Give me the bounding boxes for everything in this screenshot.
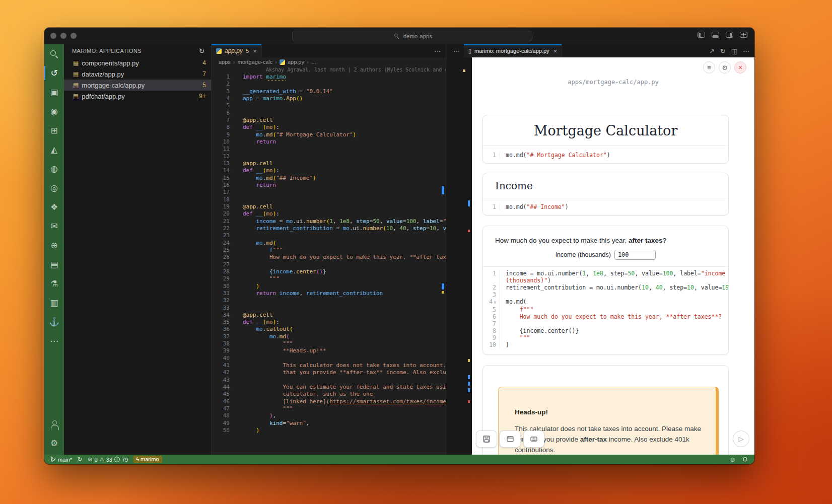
code-line-29[interactable]: 29 """: [212, 275, 446, 282]
code-line-38[interactable]: 38 """: [212, 340, 446, 347]
code-line-2[interactable]: 2: [212, 81, 446, 88]
cell-code[interactable]: 1mo.md("# Mortgage Calculator"): [483, 146, 728, 164]
code-line-40[interactable]: 40: [212, 355, 446, 362]
code-line-32[interactable]: 32: [212, 297, 446, 304]
activity-flask-icon[interactable]: ⚗: [44, 274, 64, 293]
toggle-secondary-sidebar-icon[interactable]: [726, 32, 733, 38]
code-line-20[interactable]: 20def __(mo):: [212, 210, 446, 218]
code-line-39[interactable]: 39 **Heads-up!**: [212, 347, 446, 354]
code-line-17[interactable]: 17: [212, 189, 446, 196]
marimo-code-line[interactable]: 2retirement_contribution = mo.ui.number(…: [483, 284, 728, 291]
run-button[interactable]: ▷: [733, 430, 749, 447]
code-line-5[interactable]: 5: [212, 102, 446, 109]
close-window-button[interactable]: [50, 33, 56, 39]
sidebar-item-mortgage-calc[interactable]: ▤mortgage-calc/app.py5: [64, 80, 211, 91]
code-line-4[interactable]: 4app = marimo.App(): [212, 95, 446, 102]
marimo-code-line[interactable]: 5 f""": [483, 306, 728, 313]
code-line-27[interactable]: 27: [212, 261, 446, 268]
cell-code[interactable]: 1mo.md("## Income"): [483, 198, 728, 215]
activity-remote-devices-icon[interactable]: ▥: [44, 293, 64, 312]
activity-pieces-icon[interactable]: ❖: [44, 197, 64, 217]
activity-search-icon[interactable]: [44, 44, 64, 63]
code-line-18[interactable]: 18: [212, 196, 446, 203]
income-input[interactable]: [614, 250, 656, 260]
code-line-7[interactable]: 7@app.cell: [212, 117, 446, 124]
cell-code[interactable]: 1income = mo.ui.number(1, 1e8, step=50, …: [483, 267, 728, 348]
code-line-3[interactable]: 3__generated_with = "0.0.14": [212, 88, 446, 95]
code-line-15[interactable]: 15 mo.md("## Income"): [212, 175, 446, 182]
activity-terraform-icon[interactable]: ◭: [44, 140, 64, 159]
code-line-23[interactable]: 23: [212, 232, 446, 239]
activity-hierarchy-icon[interactable]: ⊞: [44, 121, 64, 140]
more-actions-icon[interactable]: ⋯: [434, 47, 441, 55]
breadcrumb-item[interactable]: apps: [219, 59, 231, 65]
activity-settings-icon[interactable]: ⚙: [44, 434, 64, 453]
marimo-code-line[interactable]: 4∨mo.md(: [483, 298, 728, 306]
marimo-code-line[interactable]: 9 """: [483, 334, 728, 341]
code-line-30[interactable]: 30 ): [212, 283, 446, 290]
activity-notebook-icon[interactable]: ▤: [44, 255, 64, 274]
code-line-28[interactable]: 28 {income.center()}: [212, 268, 446, 275]
customize-layout-icon[interactable]: [740, 32, 747, 38]
code-line-37[interactable]: 37 mo.md(: [212, 333, 446, 340]
marimo-status-badge[interactable]: ϟ marimo: [133, 456, 162, 463]
tab-app-py[interactable]: app.py 5 ×: [212, 44, 262, 57]
open-window-button[interactable]: [500, 430, 521, 448]
close-panel-tab-icon[interactable]: ×: [553, 47, 558, 55]
sidebar-item-dataviz[interactable]: ▤dataviz/app.py7: [64, 68, 211, 80]
code-line-42[interactable]: 42 that you provide **after-tax** income…: [212, 369, 446, 376]
code-editor[interactable]: Akshay Agrawal, last month | 2 authors (…: [212, 66, 446, 455]
command-center-search[interactable]: demo-apps: [292, 31, 532, 41]
activity-git-graph-icon[interactable]: ⊕: [44, 236, 64, 255]
code-line-43[interactable]: 43: [212, 377, 446, 384]
panel-more-actions-icon[interactable]: ⋯: [743, 47, 749, 55]
code-line-24[interactable]: 24 mo.md(: [212, 240, 446, 247]
problems-item[interactable]: ⊘ 0 ⚠ 33 i 79: [88, 456, 128, 463]
code-line-44[interactable]: 44 You can estimate your federal and sta…: [212, 384, 446, 391]
activity-comments-icon[interactable]: ✉: [44, 217, 64, 236]
activity-accounts-icon[interactable]: [44, 414, 64, 434]
code-line-16[interactable]: 16 return: [212, 182, 446, 189]
code-line-6[interactable]: 6: [212, 110, 446, 117]
refresh-icon[interactable]: ↻: [199, 47, 205, 55]
code-line-34[interactable]: 34@app.cell: [212, 312, 446, 319]
breadcrumb[interactable]: apps›mortgage-calc›app.py›…: [212, 57, 446, 66]
marimo-code-line[interactable]: 8 {income.center()}: [483, 327, 728, 334]
code-line-21[interactable]: 21 income = mo.ui.number(1, 1e8, step=50…: [212, 218, 446, 225]
marimo-code-line[interactable]: 3: [483, 291, 728, 298]
activity-sphere-icon[interactable]: ◍: [44, 159, 64, 178]
sync-item[interactable]: ↻: [78, 456, 82, 463]
code-line-49[interactable]: 49 kind="warn",: [212, 420, 446, 427]
code-line-9[interactable]: 9 mo.md("# Mortgage Calculator"): [212, 131, 446, 138]
toggle-sidebar-icon[interactable]: [698, 32, 705, 38]
code-line-35[interactable]: 35def __(mo):: [212, 319, 446, 326]
activity-test-runner-icon[interactable]: ◉: [44, 102, 64, 121]
save-button[interactable]: [476, 430, 497, 448]
bell-icon[interactable]: [742, 456, 748, 463]
marimo-code-line[interactable]: 1mo.md("## Income"): [483, 198, 728, 216]
zoom-window-button[interactable]: [71, 33, 77, 39]
sidebar-item-components[interactable]: ▤components/app.py4: [64, 57, 211, 68]
activity-explorer-copies-icon[interactable]: ▣: [44, 83, 64, 102]
activity-marimo-extension-icon[interactable]: ↺: [44, 63, 64, 83]
gear-icon[interactable]: ⚙: [719, 61, 731, 74]
code-line-45[interactable]: 45 calculator, such as the one: [212, 391, 446, 398]
sidebar-item-pdfchat[interactable]: ▤pdfchat/app.py9+: [64, 91, 211, 102]
code-line-25[interactable]: 25 f""": [212, 247, 446, 254]
code-line-47[interactable]: 47 """: [212, 405, 446, 412]
code-line-33[interactable]: 33: [212, 305, 446, 312]
activity-github-icon[interactable]: ◎: [44, 178, 64, 197]
minimize-window-button[interactable]: [60, 33, 66, 39]
tab-overflow-icon[interactable]: ⋯: [446, 44, 464, 57]
code-line-13[interactable]: 13@app.cell: [212, 160, 446, 167]
refresh-panel-icon[interactable]: ↻: [720, 47, 726, 55]
code-line-22[interactable]: 22 retirement_contribution = mo.ui.numbe…: [212, 225, 446, 232]
open-external-icon[interactable]: ↗: [709, 47, 715, 55]
marimo-code-line[interactable]: 6 How much do you expect to make this ye…: [483, 313, 728, 320]
close-tab-icon[interactable]: ×: [253, 47, 257, 55]
code-line-10[interactable]: 10 return: [212, 138, 446, 146]
marimo-code-line[interactable]: 10): [483, 341, 728, 348]
marimo-code-line[interactable]: 1mo.md("# Mortgage Calculator"): [483, 146, 728, 164]
split-editor-icon[interactable]: ◫: [731, 47, 737, 55]
marimo-code-line[interactable]: 7: [483, 320, 728, 327]
